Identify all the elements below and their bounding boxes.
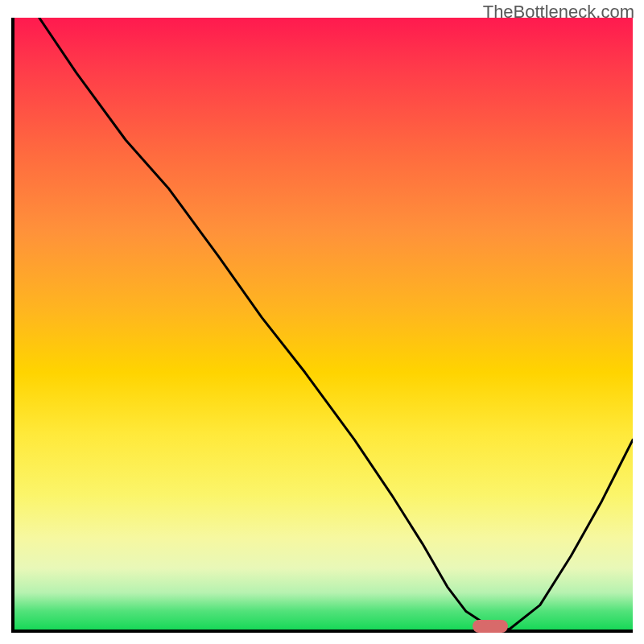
- curve-svg: [14, 18, 633, 630]
- x-axis-line: [11, 630, 633, 633]
- optimal-point-marker: [473, 620, 508, 633]
- plot-area: [14, 18, 633, 630]
- watermark-text: TheBottleneck.com: [483, 2, 634, 23]
- bottleneck-curve: [39, 18, 633, 630]
